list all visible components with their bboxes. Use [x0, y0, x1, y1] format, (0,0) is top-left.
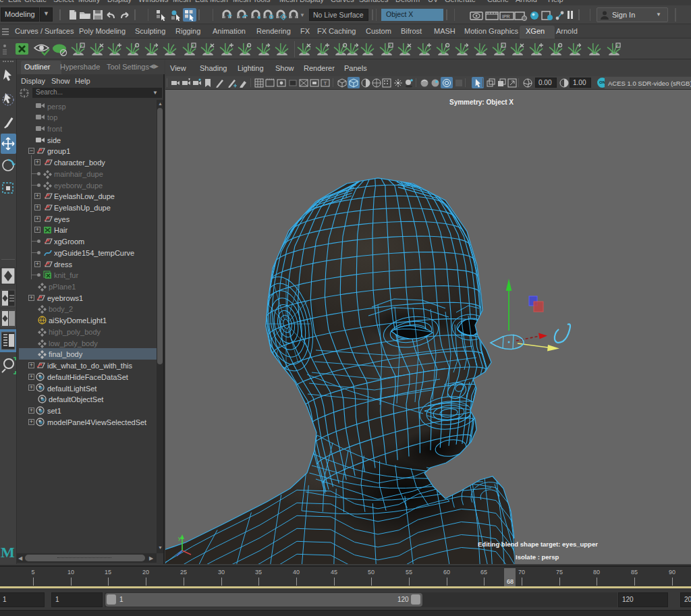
svg-text:y: y	[178, 535, 181, 541]
svg-text:IPR: IPR	[502, 14, 510, 19]
svg-text:T: T	[324, 80, 327, 86]
